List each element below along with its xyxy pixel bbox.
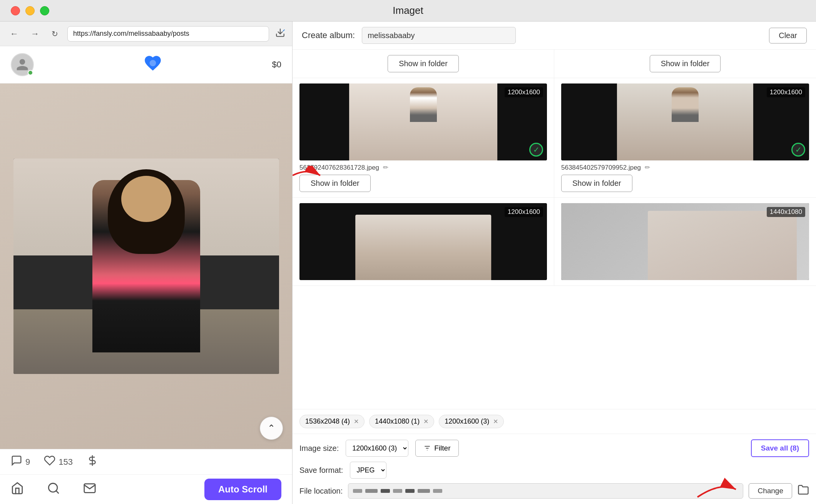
reload-button[interactable]: ↻	[48, 28, 61, 40]
image-size-row: Image size: 1200x1600 (3) 1536x2048 (4) …	[299, 439, 809, 457]
minimize-button[interactable]	[25, 6, 35, 15]
filter-bar: 1536x2048 (4) ✕ 1440x1080 (1) ✕ 1200x160…	[293, 409, 816, 434]
path-segment-6	[418, 489, 430, 493]
image-size-select[interactable]: 1200x1600 (3) 1536x2048 (4) 1440x1080 (1…	[346, 440, 408, 457]
like-icon	[44, 455, 55, 469]
image-card-4: 1440x1080	[554, 198, 816, 286]
bottom-controls: Image size: 1200x1600 (3) 1536x2048 (4) …	[293, 434, 816, 504]
avatar	[11, 53, 34, 76]
size-tag-label-2: 1440x1080 (1)	[375, 417, 420, 426]
show-in-folder-button-top-1[interactable]: Show in folder	[388, 55, 459, 72]
nav-icons	[11, 482, 96, 497]
images-scroll-area[interactable]: Show in folder Show in folder	[293, 50, 816, 409]
image-thumbnail-3: 1200x1600	[299, 203, 547, 280]
bottom-nav: Auto Scroll	[0, 474, 292, 504]
edit-icon-1[interactable]: ✏	[383, 164, 388, 172]
app-title: Imaget	[393, 5, 423, 17]
size-tag-3: 1200x1600 (3) ✕	[439, 415, 504, 428]
search-button[interactable]	[47, 482, 60, 497]
app-body: ← → ↻	[0, 22, 816, 504]
size-tag-label-3: 1200x1600 (3)	[445, 417, 489, 426]
image-dimensions-1: 1200x1600	[505, 87, 543, 97]
messages-button[interactable]	[83, 482, 96, 497]
price-stat	[87, 455, 98, 469]
download-icon[interactable]	[275, 28, 285, 40]
edit-icon-2[interactable]: ✏	[645, 164, 650, 172]
album-label: Create album:	[302, 30, 355, 40]
file-location-label: File location:	[299, 487, 343, 496]
open-folder-button[interactable]	[798, 484, 809, 498]
image-thumbnail-1: 1200x1600 ✓	[299, 83, 547, 160]
path-segment-5	[405, 489, 415, 493]
remove-size-tag-2[interactable]: ✕	[423, 418, 428, 425]
traffic-lights	[11, 6, 49, 15]
folder-cell-2: Show in folder	[554, 50, 816, 78]
size-tag-label-1: 1536x2048 (4)	[305, 417, 350, 426]
titlebar: Imaget	[0, 0, 816, 22]
balance-display: $0	[272, 60, 281, 70]
album-bar: Create album: Clear	[293, 22, 816, 50]
image-dimensions-2: 1200x1600	[767, 87, 805, 97]
save-all-button[interactable]: Save all (8)	[751, 439, 809, 457]
image-dimensions-4: 1440x1080	[767, 207, 805, 217]
top-folder-row: Show in folder Show in folder	[293, 50, 816, 78]
image-check-1: ✓	[529, 143, 543, 157]
file-path-display	[348, 483, 743, 499]
path-segment-3	[381, 489, 390, 493]
price-icon	[87, 455, 98, 469]
filename-2: 563845402579709952.jpeg	[561, 164, 641, 172]
browser-panel: ← → ↻	[0, 22, 293, 504]
image-thumbnail-4: 1440x1080	[561, 203, 809, 280]
show-in-folder-button-top-2[interactable]: Show in folder	[650, 55, 721, 72]
svg-point-1	[150, 60, 156, 66]
online-indicator	[28, 70, 33, 75]
path-segment-4	[393, 489, 402, 493]
filter-label: Filter	[434, 444, 450, 452]
image-card-2: 1200x1600 ✓ 563845402579709952.jpeg ✏ Sh…	[554, 78, 816, 198]
album-input[interactable]	[362, 27, 516, 44]
comments-stat: 9	[11, 455, 30, 469]
path-segment-1	[353, 489, 362, 493]
scroll-up-button[interactable]: ⌃	[260, 417, 283, 440]
path-segment-2	[365, 489, 378, 493]
image-size-label: Image size:	[299, 444, 339, 453]
forward-button[interactable]: →	[28, 27, 42, 40]
maximize-button[interactable]	[40, 6, 49, 15]
main-image	[0, 83, 292, 449]
image-dimensions-3: 1200x1600	[505, 207, 543, 217]
image-card-3: 1200x1600	[293, 198, 554, 286]
show-in-folder-button-2[interactable]: Show in folder	[561, 175, 632, 192]
remove-size-tag-1[interactable]: ✕	[354, 418, 359, 425]
main-image-area: ⌃	[0, 83, 292, 449]
save-format-select[interactable]: JPEG PNG WebP	[350, 462, 386, 479]
folder-cell-1: Show in folder	[293, 50, 554, 78]
post-stats: 9 153	[0, 449, 292, 474]
comments-count: 9	[25, 457, 30, 467]
image-card-1: 1200x1600 ✓ 563792407628361728.jpeg ✏ Sh…	[293, 78, 554, 198]
save-format-row: Save format: JPEG PNG WebP	[299, 462, 809, 479]
image-thumbnail-2: 1200x1600 ✓	[561, 83, 809, 160]
home-button[interactable]	[11, 482, 24, 497]
size-tag-1: 1536x2048 (4) ✕	[299, 415, 365, 428]
page-header: $0	[0, 46, 292, 83]
likes-stat: 153	[44, 455, 73, 469]
comment-icon	[11, 455, 22, 469]
path-segment-7	[433, 489, 442, 493]
filename-1: 563792407628361728.jpeg	[299, 164, 379, 172]
address-bar[interactable]	[67, 26, 269, 42]
close-button[interactable]	[11, 6, 20, 15]
heart-icon	[143, 53, 162, 76]
back-button[interactable]: ←	[7, 27, 22, 40]
image-grid: 1200x1600 ✓ 563792407628361728.jpeg ✏ Sh…	[293, 78, 816, 286]
auto-scroll-button[interactable]: Auto Scroll	[204, 479, 281, 500]
browser-content: $0	[0, 46, 292, 504]
svg-line-4	[56, 491, 59, 493]
clear-button[interactable]: Clear	[769, 28, 807, 43]
filter-button[interactable]: Filter	[415, 440, 458, 457]
right-panel: Create album: Clear Show in folder Show …	[293, 22, 816, 504]
image-check-2: ✓	[791, 143, 805, 157]
remove-size-tag-3[interactable]: ✕	[493, 418, 498, 425]
show-in-folder-button-1[interactable]: Show in folder	[299, 175, 371, 192]
change-location-button[interactable]: Change	[749, 483, 792, 499]
likes-count: 153	[59, 457, 73, 467]
